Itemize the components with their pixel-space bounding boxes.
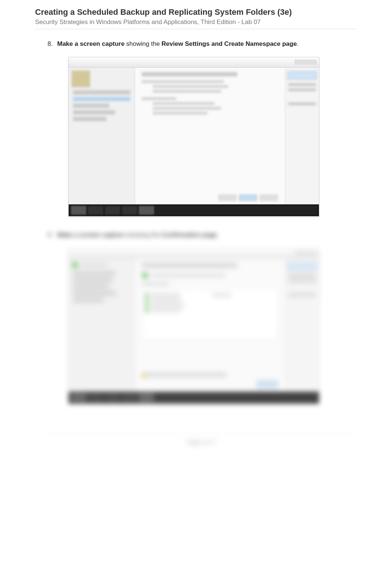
sidebar-item bbox=[73, 90, 130, 95]
window-body bbox=[69, 259, 319, 392]
close-button bbox=[257, 381, 278, 388]
sidebar-item bbox=[73, 285, 109, 289]
screenshot-2-wrap bbox=[68, 248, 357, 404]
sidebar-item bbox=[73, 271, 115, 276]
success-icon bbox=[145, 309, 149, 312]
window-titlebar bbox=[69, 57, 319, 68]
sidebar-item bbox=[73, 298, 103, 302]
screenshot-1 bbox=[68, 57, 319, 217]
action-line bbox=[288, 274, 316, 277]
step-tail: . bbox=[297, 40, 299, 47]
document-content: 8. Make a screen capture showing the Rev… bbox=[35, 40, 357, 445]
result-row bbox=[145, 298, 275, 302]
sidebar-item bbox=[73, 291, 116, 296]
start-button bbox=[71, 393, 86, 402]
task-item bbox=[105, 393, 120, 402]
step-text: Make a screen capture showing the Confir… bbox=[57, 231, 357, 239]
text-line bbox=[153, 102, 214, 105]
cancel-button bbox=[260, 195, 278, 201]
success-icon bbox=[145, 293, 149, 297]
create-button bbox=[239, 195, 257, 201]
folder-icon bbox=[72, 71, 90, 87]
screenshot-2 bbox=[68, 248, 319, 404]
success-text bbox=[151, 274, 225, 277]
step-mid: showing the bbox=[124, 40, 161, 47]
result-text bbox=[151, 293, 180, 296]
result-status bbox=[212, 293, 231, 296]
task-item bbox=[88, 393, 103, 402]
text-line bbox=[153, 107, 221, 110]
actions-panel bbox=[285, 259, 319, 392]
start-button bbox=[71, 206, 86, 215]
step-9: 9. Make a screen capture showing the Con… bbox=[46, 231, 357, 404]
text-line bbox=[142, 80, 224, 83]
sidebar-item-selected bbox=[73, 97, 130, 101]
wizard-sidebar bbox=[69, 259, 135, 392]
action-line bbox=[288, 293, 316, 296]
taskbar bbox=[69, 204, 319, 216]
sidebar-item bbox=[73, 278, 112, 282]
wizard-main bbox=[135, 259, 285, 392]
wizard-sidebar bbox=[69, 68, 135, 204]
page-heading bbox=[142, 263, 237, 268]
page-heading bbox=[142, 72, 237, 76]
screenshot-1-wrap bbox=[68, 57, 357, 217]
success-icon bbox=[145, 298, 149, 302]
result-text bbox=[151, 299, 180, 302]
step-tail: . bbox=[217, 231, 219, 238]
step-line: 9. Make a screen capture showing the Con… bbox=[46, 231, 357, 239]
sidebar-item bbox=[73, 117, 106, 121]
step-number: 8. bbox=[46, 40, 57, 48]
sidebar-item bbox=[73, 110, 115, 115]
sidebar-item bbox=[73, 103, 109, 108]
taskbar-fill bbox=[156, 393, 317, 402]
footer-link bbox=[142, 372, 227, 377]
step-number: 9. bbox=[46, 231, 57, 239]
window-titlebar bbox=[69, 248, 319, 259]
result-text bbox=[151, 304, 184, 307]
result-row bbox=[145, 293, 275, 297]
page-number: Page 4 of 7 bbox=[188, 439, 216, 445]
text-line bbox=[153, 85, 228, 88]
document-subtitle: Security Strategies in Windows Platforms… bbox=[35, 18, 357, 26]
success-icon bbox=[145, 303, 149, 307]
task-item bbox=[122, 393, 137, 402]
wizard-main bbox=[135, 68, 285, 204]
success-row bbox=[142, 272, 278, 279]
text-line bbox=[153, 112, 207, 115]
action-button bbox=[288, 262, 317, 271]
action-line bbox=[288, 88, 316, 91]
task-item bbox=[105, 206, 120, 215]
result-row bbox=[145, 309, 275, 312]
task-item bbox=[122, 206, 137, 215]
status-label bbox=[81, 263, 107, 266]
step-text: Make a screen capture showing the Review… bbox=[57, 40, 357, 48]
actions-panel bbox=[285, 68, 319, 204]
wizard-buttons bbox=[219, 195, 278, 201]
step-bold-2: Confirmation page bbox=[162, 231, 217, 238]
step-bold-1: Make a screen capture bbox=[57, 40, 124, 47]
step-line: 8. Make a screen capture showing the Rev… bbox=[46, 40, 357, 48]
text-line bbox=[142, 97, 176, 100]
action-line bbox=[288, 279, 316, 282]
window-body bbox=[69, 68, 319, 204]
action-line bbox=[288, 83, 316, 86]
step-bold-1: Make a screen capture bbox=[57, 231, 124, 238]
action-line bbox=[288, 102, 316, 105]
results-box bbox=[142, 288, 278, 340]
locked-content: 9. Make a screen capture showing the Con… bbox=[46, 231, 357, 445]
taskbar-fill bbox=[156, 206, 317, 215]
task-item bbox=[139, 393, 154, 402]
result-text bbox=[151, 309, 180, 312]
step-8: 8. Make a screen capture showing the Rev… bbox=[46, 40, 357, 217]
status-row bbox=[72, 262, 132, 268]
action-button bbox=[288, 71, 317, 79]
step-mid: showing the bbox=[124, 231, 161, 238]
check-icon bbox=[72, 262, 78, 268]
task-item bbox=[88, 206, 103, 215]
check-icon bbox=[142, 272, 148, 279]
document-header: Creating a Scheduled Backup and Replicat… bbox=[35, 7, 357, 29]
result-row bbox=[145, 303, 275, 307]
previous-button bbox=[219, 195, 236, 201]
warning-icon bbox=[142, 374, 146, 378]
